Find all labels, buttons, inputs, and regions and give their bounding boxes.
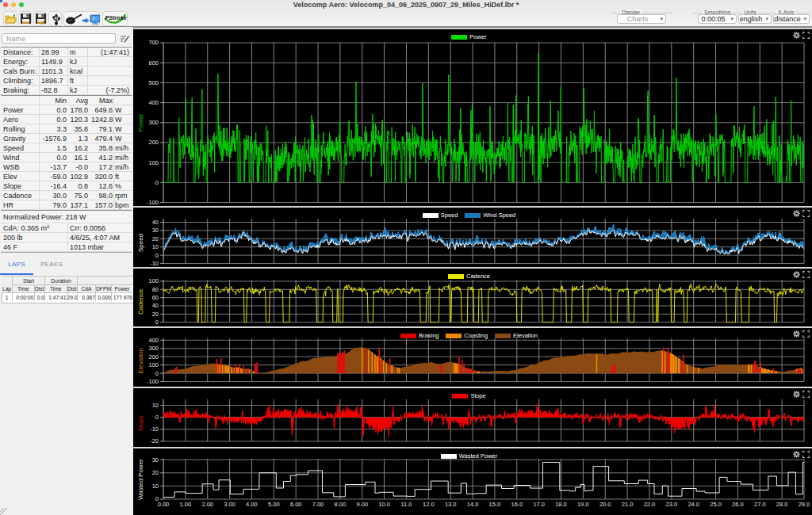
svg-text:10.0: 10.0 — [378, 501, 390, 508]
svg-text:2.00: 2.00 — [201, 501, 213, 508]
svg-text:24.0: 24.0 — [688, 501, 699, 508]
svg-text:20: 20 — [152, 235, 159, 242]
svg-text:16.0: 16.0 — [511, 501, 523, 508]
svg-text:0: 0 — [155, 414, 159, 421]
svg-text:20: 20 — [152, 311, 159, 318]
svg-text:12.0: 12.0 — [423, 501, 435, 508]
svg-text:-10: -10 — [150, 260, 159, 267]
svg-text:27.0: 27.0 — [754, 501, 766, 508]
svg-text:26.0: 26.0 — [732, 501, 744, 508]
svg-text:100: 100 — [148, 159, 159, 166]
svg-text:Power: Power — [137, 113, 144, 132]
svg-text:0.00: 0.00 — [158, 501, 170, 508]
svg-text:13.0: 13.0 — [445, 501, 457, 508]
svg-text:200: 200 — [148, 353, 159, 360]
svg-text:PStroke: PStroke — [105, 14, 127, 21]
svg-text:23.0: 23.0 — [665, 501, 677, 508]
svg-text:0: 0 — [155, 370, 159, 377]
svg-text:300: 300 — [148, 345, 159, 352]
svg-text:3.00: 3.00 — [224, 501, 236, 508]
svg-text:20: 20 — [152, 469, 159, 476]
svg-text:9.00: 9.00 — [356, 501, 368, 508]
svg-text:30: 30 — [152, 227, 159, 234]
svg-text:-10: -10 — [150, 425, 159, 433]
svg-text:4.00: 4.00 — [246, 501, 258, 508]
svg-text:22.0: 22.0 — [644, 501, 656, 508]
svg-text:1.00: 1.00 — [180, 501, 192, 508]
svg-text:8.00: 8.00 — [335, 501, 347, 508]
svg-text:Wasted Power: Wasted Power — [137, 459, 144, 500]
svg-text:Speed: Speed — [137, 234, 144, 252]
svg-text:0: 0 — [155, 319, 159, 326]
svg-text:6.00: 6.00 — [290, 501, 302, 508]
svg-text:100: 100 — [148, 361, 159, 368]
svg-text:10: 10 — [152, 483, 159, 490]
svg-text:0: 0 — [155, 252, 159, 259]
svg-text:7.00: 7.00 — [312, 501, 324, 508]
svg-text:60: 60 — [152, 294, 159, 301]
svg-text:-100: -100 — [147, 199, 159, 206]
svg-text:10: 10 — [152, 402, 159, 409]
svg-text:500: 500 — [148, 79, 159, 86]
svg-text:400: 400 — [148, 99, 159, 106]
svg-text:14.0: 14.0 — [467, 501, 479, 508]
svg-text:28.0: 28.0 — [776, 501, 788, 508]
svg-text:18.0: 18.0 — [555, 501, 567, 508]
svg-text:11.0: 11.0 — [400, 501, 412, 508]
svg-text:600: 600 — [148, 59, 159, 67]
svg-text:20.0: 20.0 — [599, 501, 611, 508]
svg-text:-20: -20 — [150, 437, 159, 444]
svg-text:0: 0 — [155, 179, 159, 186]
svg-text:-100: -100 — [147, 378, 159, 385]
svg-text:17.0: 17.0 — [533, 501, 545, 508]
svg-text:Cadence: Cadence — [137, 288, 144, 315]
svg-text:Elevation: Elevation — [137, 348, 144, 374]
svg-text:25.0: 25.0 — [710, 501, 722, 508]
svg-text:5.00: 5.00 — [268, 501, 280, 508]
svg-text:40: 40 — [152, 219, 159, 226]
svg-text:200: 200 — [148, 139, 159, 146]
svg-text:10: 10 — [152, 243, 159, 250]
svg-text:80: 80 — [152, 286, 159, 293]
svg-text:300: 300 — [148, 119, 159, 126]
svg-text:15.0: 15.0 — [489, 501, 501, 508]
svg-text:19.0: 19.0 — [577, 501, 589, 508]
svg-text:Slope: Slope — [137, 414, 144, 431]
svg-text:40: 40 — [152, 302, 159, 309]
svg-text:21.0: 21.0 — [622, 501, 634, 508]
svg-text:29.0: 29.0 — [799, 501, 810, 508]
